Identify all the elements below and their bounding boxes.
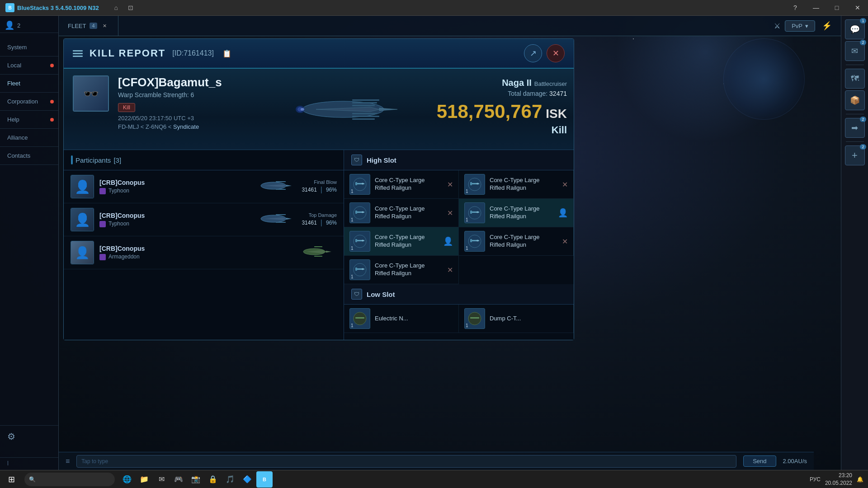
start-button[interactable]: ⊞: [0, 470, 23, 488]
svg-rect-8: [352, 118, 375, 120]
modal-header: KILL REPORT [ID:7161413] 📋 ↗ ✕: [64, 39, 574, 69]
low-slot-item-2[interactable]: 1 Dump C-T...: [459, 305, 574, 333]
help-dot: [50, 118, 54, 122]
export-icon: ↗: [530, 48, 537, 58]
pvp-label: PvP: [792, 23, 802, 29]
high-slot-title: High Slot: [367, 156, 396, 164]
equipment-item-5[interactable]: 1 Core C-Type LargeRifled Railgun 👤: [344, 227, 459, 256]
arrow-icon-btn[interactable]: ➡ 2: [845, 118, 865, 138]
participant-item-2[interactable]: 👤 [CRB]Conopus Typhoon: [64, 203, 344, 236]
taskbar-chrome[interactable]: 🌐: [119, 471, 135, 488]
eq-icon-5: 1: [349, 231, 370, 252]
participant-avatar-2: 👤: [71, 208, 94, 231]
plus-icon-btn[interactable]: + 2: [845, 145, 865, 165]
participant-avatar-img-3: 👤: [71, 241, 94, 264]
chat-input[interactable]: Tap to type: [76, 455, 736, 468]
equipment-item-3[interactable]: 1 Core C-Type LargeRifled Railgun ✕: [344, 199, 459, 227]
eq-action-x-3[interactable]: ✕: [447, 209, 453, 217]
kill-report-modal: KILL REPORT [ID:7161413] 📋 ↗ ✕ 🕶️ [CFOX]…: [63, 38, 574, 340]
inventory-icon-btn[interactable]: 📦: [845, 90, 865, 110]
svg-rect-15: [276, 181, 286, 182]
participant-name-row-1: [CRB]Conopus: [99, 179, 145, 186]
nav-contacts[interactable]: Contacts: [0, 147, 58, 165]
titlebar: B BlueStacks 3 5.4.50.1009 N32 ⌂ ⊡ ? — □…: [0, 0, 868, 16]
eq-qty-3: 1: [351, 217, 354, 222]
settings-nav[interactable]: ⚙: [0, 425, 58, 447]
svg-point-50: [476, 240, 478, 242]
equipment-item-2[interactable]: 1 Core C-Type LargeRifled Railgun ✕: [459, 170, 574, 199]
eq-action-x-6[interactable]: ✕: [562, 237, 568, 246]
eq-action-user-4[interactable]: 👤: [558, 208, 568, 218]
maximize-btn[interactable]: □: [826, 0, 847, 16]
pvp-section: ⚔ PvP ▾ ⚡: [774, 19, 841, 33]
fleet-tab[interactable]: FLEET 4 ✕: [59, 16, 118, 36]
taskbar-mail[interactable]: ✉: [153, 471, 170, 488]
close-btn[interactable]: ✕: [847, 0, 868, 16]
settings-icon: ⚙: [7, 432, 15, 441]
taskbar-app5[interactable]: 🔷: [239, 471, 255, 488]
nav-local[interactable]: Local: [0, 56, 58, 75]
taskbar-bluestacks[interactable]: B: [256, 471, 273, 488]
notification-icon[interactable]: 🔔: [857, 476, 863, 483]
taskbar-search[interactable]: 🔍: [24, 473, 115, 486]
eq-action-x-1[interactable]: ✕: [447, 180, 453, 189]
messages-icon-btn[interactable]: ✉ 2: [845, 41, 865, 61]
svg-marker-2: [379, 108, 397, 111]
svg-rect-21: [276, 222, 286, 223]
equipment-panel[interactable]: 🛡 High Slot 1: [344, 150, 574, 340]
help-btn[interactable]: ?: [785, 0, 806, 16]
participant-avatar-img-1: 👤: [71, 175, 94, 198]
eq-action-x-2[interactable]: ✕: [562, 180, 568, 189]
pvp-button[interactable]: PvP ▾: [785, 20, 815, 32]
modal-close-button[interactable]: ✕: [547, 44, 565, 62]
eq-action-x-7[interactable]: ✕: [447, 266, 453, 274]
send-button[interactable]: Send: [743, 455, 776, 467]
nav-alliance[interactable]: Alliance: [0, 129, 58, 147]
high-slot-header: 🛡 High Slot: [344, 150, 574, 170]
low-slot-item-1[interactable]: 1 Eulectric N...: [344, 305, 459, 333]
nav-help[interactable]: Help: [0, 111, 58, 129]
svg-rect-58: [470, 317, 479, 319]
taskbar-right: РУС 23:20 20.05.2022 🔔: [810, 472, 868, 487]
final-blow-label: Final Blow: [302, 179, 337, 185]
window-controls: ? — □ ✕: [785, 0, 868, 16]
hamburger-menu[interactable]: [73, 50, 83, 57]
copy-id-icon[interactable]: 📋: [222, 49, 231, 58]
avatar-image: 🕶️: [74, 76, 108, 111]
map-icon-btn[interactable]: 🗺: [845, 69, 865, 89]
nav-corporation[interactable]: Corporation: [0, 93, 58, 111]
chat-icon-btn[interactable]: 💬 1: [845, 19, 865, 39]
taskbar-app3[interactable]: 🔒: [205, 471, 221, 488]
participants-panel[interactable]: Participants [3] 👤 [CRB]Conopus Ty: [64, 150, 344, 340]
svg-point-30: [362, 183, 363, 185]
minimize-btn[interactable]: —: [806, 0, 826, 16]
filter-icon[interactable]: ⚡: [820, 19, 834, 33]
ship-name: Naga II: [502, 78, 532, 88]
taskbar-date-display: 20.05.2022: [825, 479, 852, 487]
participant-item-1[interactable]: 👤 [CRB]Conopus Typhoon: [64, 170, 344, 203]
right-divider-1: [846, 65, 864, 65]
taskbar-app4[interactable]: 🎵: [222, 471, 238, 488]
screen-icon[interactable]: ⊡: [124, 1, 137, 14]
chat-badge: 1: [860, 18, 866, 23]
total-damage-label: Total damage:: [508, 90, 547, 97]
equipment-item-4[interactable]: 1 Core C-Type LargeRifled Railgun 👤: [459, 199, 574, 227]
fleet-tab-close[interactable]: ✕: [101, 22, 109, 30]
taskbar-folder[interactable]: 📁: [136, 471, 152, 488]
equipment-item-6[interactable]: 1 Core C-Type LargeRifled Railgun ✕: [459, 227, 574, 256]
low-railgun-icon-1: [353, 311, 367, 326]
nav-fleet[interactable]: Fleet: [0, 75, 58, 93]
home-icon[interactable]: ⌂: [110, 1, 123, 14]
railgun-icon-5: [353, 234, 367, 249]
participant-item-3[interactable]: 👤 [CRB]Conopus Armageddon: [64, 236, 344, 269]
taskbar-app2[interactable]: 📸: [188, 471, 204, 488]
eq-action-user-5[interactable]: 👤: [443, 236, 453, 246]
svg-point-46: [362, 240, 363, 242]
taskbar-app1[interactable]: 🎮: [170, 471, 187, 488]
equipment-item-7[interactable]: 1 Core C-Type LargeRifled Railgun ✕: [344, 256, 459, 284]
svg-rect-3: [352, 99, 379, 101]
equipment-item-1[interactable]: 1 Core C-Type LargeRifled Railgun ✕: [344, 170, 459, 199]
nav-system[interactable]: System: [0, 38, 58, 56]
railgun-icon-3: [353, 206, 367, 220]
export-button[interactable]: ↗: [524, 44, 542, 62]
